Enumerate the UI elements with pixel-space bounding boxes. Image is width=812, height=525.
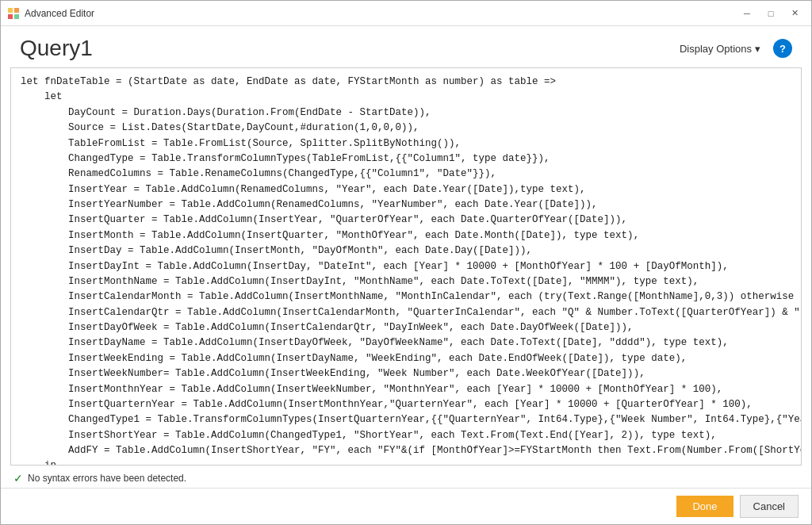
svg-rect-0: [8, 8, 13, 13]
help-button[interactable]: ?: [773, 39, 792, 58]
title-bar: Advanced Editor ─ □ ✕: [1, 1, 811, 26]
display-options-button[interactable]: Display Options ▾: [673, 40, 767, 58]
cancel-button[interactable]: Cancel: [740, 495, 799, 518]
code-editor[interactable]: let fnDateTable = (StartDate as date, En…: [11, 68, 801, 465]
close-button[interactable]: ✕: [784, 6, 805, 21]
advanced-editor-window: Advanced Editor ─ □ ✕ Query1 Display Opt…: [0, 0, 812, 525]
svg-rect-2: [8, 14, 13, 19]
maximize-button[interactable]: □: [760, 6, 781, 21]
header-actions: Display Options ▾ ?: [673, 39, 792, 58]
check-icon: ✓: [13, 472, 23, 485]
status-bar: ✓ No syntax errors have been detected.: [1, 469, 811, 488]
header: Query1 Display Options ▾ ?: [1, 26, 811, 67]
status-message: No syntax errors have been detected.: [28, 473, 186, 484]
minimize-button[interactable]: ─: [737, 6, 757, 21]
page-title: Query1: [20, 36, 93, 61]
svg-rect-1: [14, 8, 19, 13]
chevron-down-icon: ▾: [755, 43, 760, 55]
title-bar-text: Advanced Editor: [25, 8, 737, 19]
footer: Done Cancel: [1, 488, 811, 524]
app-icon: [7, 7, 20, 20]
window-controls: ─ □ ✕: [737, 6, 805, 21]
svg-rect-3: [14, 14, 19, 19]
done-button[interactable]: Done: [676, 496, 733, 517]
display-options-label: Display Options: [680, 43, 752, 55]
editor-container: let fnDateTable = (StartDate as date, En…: [10, 67, 802, 466]
